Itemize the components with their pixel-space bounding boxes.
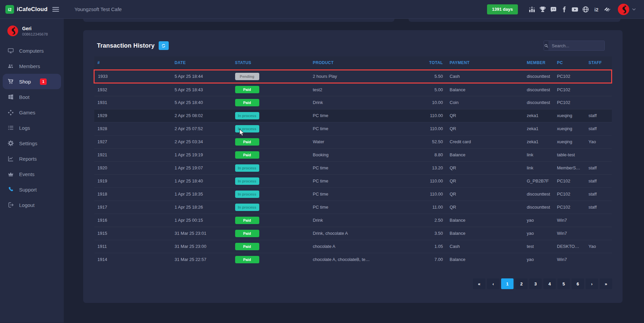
transaction-row-1927[interactable]: 1927 2 Apr 25 03:34 Paid Water 52.50 Cre… xyxy=(94,135,612,148)
cell-status: Paid xyxy=(232,240,310,253)
sidebar-item-settings[interactable]: Settings xyxy=(3,136,61,151)
transaction-row-1928[interactable]: 1928 2 Apr 25 07:52 In process PC time 1… xyxy=(94,122,612,135)
page-next-button[interactable]: › xyxy=(586,278,598,289)
transaction-row-1915[interactable]: 1915 31 Mar 25 23:01 Paid Drink, chocola… xyxy=(94,227,612,240)
page-2-button[interactable]: 2 xyxy=(515,278,528,289)
sidebar-item-members[interactable]: Members xyxy=(3,58,61,74)
transaction-row-1919[interactable]: 1919 1 Apr 25 18:40 In process PC time 1… xyxy=(94,174,612,187)
youtube-icon[interactable] xyxy=(571,6,579,13)
cell-total: 7.00 xyxy=(399,253,446,266)
cell-product: PC time xyxy=(310,122,399,135)
sidebar-item-boot[interactable]: Boot xyxy=(3,89,61,105)
search-input[interactable] xyxy=(548,41,605,50)
sidebar-item-computers[interactable]: Computers xyxy=(3,43,61,58)
globe-icon[interactable] xyxy=(582,6,589,13)
sidebar-item-reports[interactable]: Reports xyxy=(3,151,61,166)
search-icon[interactable] xyxy=(544,41,548,50)
cell-total: 8.80 xyxy=(399,148,446,161)
cell-date: 1 Apr 25 19:07 xyxy=(171,161,232,174)
page-1-button[interactable]: 1 xyxy=(501,278,514,289)
topbar: i2 iCafeCloud Youngzsoft Test Cafe 1391 … xyxy=(0,0,644,19)
page-4-button[interactable]: 4 xyxy=(543,278,556,289)
sidebar-item-label: Shop xyxy=(19,79,31,85)
cell-staff xyxy=(585,83,612,96)
transaction-row-1921[interactable]: 1921 1 Apr 25 19:19 Paid Booking 8.80 Ba… xyxy=(94,148,612,161)
user-avatar[interactable] xyxy=(618,4,629,15)
cell-pc: PC102 xyxy=(554,83,585,96)
cell-status: Pending xyxy=(232,70,310,83)
transaction-row-1929[interactable]: 1929 2 Apr 25 08:02 In process PC time 1… xyxy=(94,109,612,122)
page-5-button[interactable]: 5 xyxy=(557,278,570,289)
status-badge: In process xyxy=(235,125,259,132)
cell-status: In process xyxy=(232,122,310,135)
transaction-row-1916[interactable]: 1916 1 Apr 25 00:15 Paid Drink 2.50 Bala… xyxy=(94,214,612,227)
sidebar-item-shop[interactable]: Shop 1 xyxy=(3,74,61,89)
cell-status: Paid xyxy=(232,148,310,161)
shop-icon xyxy=(7,78,14,85)
card-remnant-left xyxy=(83,19,394,22)
cell-status: Paid xyxy=(232,135,310,148)
col-header-id: # xyxy=(94,56,171,70)
sidebar-item-label: Logs xyxy=(19,125,30,131)
cell-pc: xueqing xyxy=(554,135,585,148)
cell-date: 2 Apr 25 07:52 xyxy=(171,122,232,135)
transaction-row-1911[interactable]: 1911 31 Mar 25 23:00 Paid chocolate A 1.… xyxy=(94,240,612,253)
reports-icon xyxy=(7,155,14,162)
layers-icon[interactable] xyxy=(603,6,611,13)
transaction-row-1917[interactable]: 1917 1 Apr 25 18:26 In process PC time 1… xyxy=(94,201,612,214)
transaction-table: # DATE STATUS PRODUCT TOTAL PAYMENT MEMB… xyxy=(94,56,612,266)
cell-payment: Balance xyxy=(446,83,524,96)
page-first-button[interactable]: « xyxy=(473,278,485,289)
sidebar-item-games[interactable]: Games xyxy=(3,105,61,120)
discord-icon[interactable] xyxy=(550,6,557,13)
cell-status: In process xyxy=(232,161,310,174)
subscription-days-badge[interactable]: 1391 days xyxy=(487,4,518,14)
facebook-icon[interactable] xyxy=(560,6,568,13)
transaction-row-1914[interactable]: 1914 31 Mar 25 22:57 Paid chocolate A, c… xyxy=(94,253,612,266)
cell-product: PC time xyxy=(310,201,399,214)
sidebar-item-events[interactable]: Events xyxy=(3,166,61,182)
transaction-row-1932[interactable]: 1932 5 Apr 25 18:43 Paid test2 5.00 Bala… xyxy=(94,83,612,96)
cell-payment: QR xyxy=(446,174,524,187)
page-6-button[interactable]: 6 xyxy=(572,278,584,289)
cell-date: 2 Apr 25 08:02 xyxy=(171,109,232,122)
cell-staff: staff xyxy=(585,174,612,187)
icafe-logo-icon[interactable]: i2 xyxy=(593,6,600,13)
cell-pc: DESKTOP-Q… xyxy=(554,240,585,253)
transaction-row-1920[interactable]: 1920 1 Apr 25 19:07 In process PC time 1… xyxy=(94,161,612,174)
cell-date: 1 Apr 25 00:15 xyxy=(171,214,232,227)
leaderboard-icon[interactable] xyxy=(528,6,536,13)
page-last-button[interactable]: » xyxy=(600,278,612,289)
transaction-row-1931[interactable]: 1931 5 Apr 25 18:40 Paid Drink 10.00 Coi… xyxy=(94,96,612,109)
table-header-row: # DATE STATUS PRODUCT TOTAL PAYMENT MEMB… xyxy=(94,56,612,70)
pagination: «‹123456›» xyxy=(94,278,612,289)
sidebar-item-label: Events xyxy=(19,171,35,177)
cell-id: 1932 xyxy=(94,83,171,96)
page-prev-button[interactable]: ‹ xyxy=(487,278,499,289)
cell-staff xyxy=(585,96,612,109)
cell-member: discounttest xyxy=(524,201,554,214)
transaction-row-1918[interactable]: 1918 1 Apr 25 18:35 In process PC time 1… xyxy=(94,187,612,201)
cell-pc: Win7 xyxy=(554,227,585,240)
refresh-button[interactable] xyxy=(159,41,169,50)
svg-text:i2: i2 xyxy=(8,7,12,12)
cell-payment: QR xyxy=(446,122,524,135)
sidebar-item-logs[interactable]: Logs xyxy=(3,120,61,136)
trophy-icon[interactable] xyxy=(539,6,546,13)
chevron-down-icon[interactable] xyxy=(631,7,637,12)
cell-product: Booking xyxy=(310,148,399,161)
transaction-history-card: Transaction History xyxy=(83,30,623,303)
page-3-button[interactable]: 3 xyxy=(529,278,542,289)
cell-staff xyxy=(585,253,612,266)
icafecloud-logo-icon[interactable]: i2 xyxy=(5,5,14,14)
hamburger-menu-icon[interactable] xyxy=(52,7,59,12)
brand-zone: i2 iCafeCloud xyxy=(0,0,64,18)
cell-id: 1928 xyxy=(94,122,171,135)
status-badge: Paid xyxy=(235,151,259,159)
sidebar-item-support[interactable]: Support xyxy=(3,182,61,197)
cell-staff xyxy=(585,227,612,240)
transaction-row-1933[interactable]: 1933 5 Apr 25 18:44 Pending 2 hours Play… xyxy=(94,70,612,83)
sidebar-item-logout[interactable]: Logout xyxy=(3,197,61,213)
cell-member: yao xyxy=(524,214,554,227)
cell-product: chocolate A xyxy=(310,240,399,253)
